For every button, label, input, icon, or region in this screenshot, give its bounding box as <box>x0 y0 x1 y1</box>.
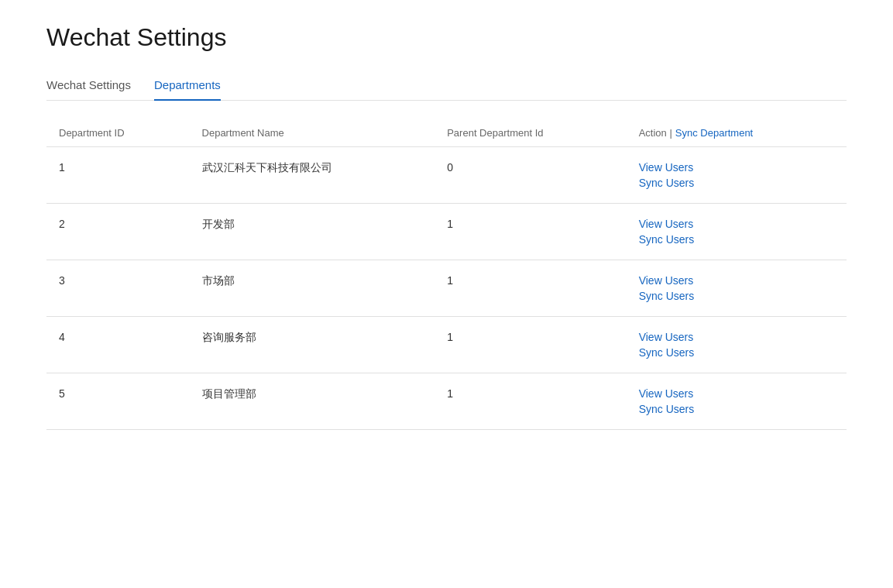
cell-dept-name: 市场部 <box>190 260 435 317</box>
col-header-dept-name: Department Name <box>190 119 435 147</box>
col-header-parent-dept-id: Parent Department Id <box>434 119 626 147</box>
view-users-link[interactable]: View Users <box>639 218 834 230</box>
table-body: 1武汉汇科天下科技有限公司0View UsersSync Users2开发部1V… <box>46 147 847 430</box>
action-cell: View UsersSync Users <box>639 161 834 189</box>
table-row: 5项目管理部1View UsersSync Users <box>46 373 847 430</box>
tab-departments[interactable]: Departments <box>154 70 221 101</box>
table-row: 2开发部1View UsersSync Users <box>46 204 847 260</box>
cell-parent-dept-id: 1 <box>434 204 626 260</box>
action-prefix-label: Action | <box>639 127 672 139</box>
tabs-container: Wechat Settings Departments <box>46 70 847 101</box>
tab-wechat-settings[interactable]: Wechat Settings <box>46 70 131 101</box>
cell-dept-id: 3 <box>46 260 190 317</box>
table-header-row: Department ID Department Name Parent Dep… <box>46 119 847 147</box>
cell-action: View UsersSync Users <box>627 204 847 260</box>
cell-parent-dept-id: 0 <box>434 147 626 204</box>
sync-department-link[interactable]: Sync Department <box>675 127 753 139</box>
cell-action: View UsersSync Users <box>627 317 847 373</box>
cell-parent-dept-id: 1 <box>434 317 626 373</box>
sync-users-link[interactable]: Sync Users <box>639 177 834 189</box>
view-users-link[interactable]: View Users <box>639 331 834 343</box>
cell-dept-name: 咨询服务部 <box>190 317 435 373</box>
sync-users-link[interactable]: Sync Users <box>639 346 834 359</box>
cell-action: View UsersSync Users <box>627 147 847 204</box>
sync-users-link[interactable]: Sync Users <box>639 403 834 415</box>
col-header-action: Action | Sync Department <box>627 119 847 147</box>
table-row: 4咨询服务部1View UsersSync Users <box>46 317 847 373</box>
table-container: Department ID Department Name Parent Dep… <box>46 119 847 430</box>
cell-action: View UsersSync Users <box>627 373 847 430</box>
cell-dept-name: 武汉汇科天下科技有限公司 <box>190 147 435 204</box>
cell-parent-dept-id: 1 <box>434 373 626 430</box>
cell-dept-name: 开发部 <box>190 204 435 260</box>
cell-dept-name: 项目管理部 <box>190 373 435 430</box>
col-header-dept-id: Department ID <box>46 119 190 147</box>
page-container: Wechat Settings Wechat Settings Departme… <box>0 0 893 453</box>
action-cell: View UsersSync Users <box>639 387 834 415</box>
action-cell: View UsersSync Users <box>639 218 834 246</box>
cell-dept-id: 2 <box>46 204 190 260</box>
page-title: Wechat Settings <box>46 23 847 52</box>
view-users-link[interactable]: View Users <box>639 274 834 287</box>
cell-action: View UsersSync Users <box>627 260 847 317</box>
sync-users-link[interactable]: Sync Users <box>639 233 834 246</box>
cell-dept-id: 5 <box>46 373 190 430</box>
departments-table: Department ID Department Name Parent Dep… <box>46 119 847 430</box>
sync-users-link[interactable]: Sync Users <box>639 290 834 302</box>
action-cell: View UsersSync Users <box>639 331 834 359</box>
cell-dept-id: 4 <box>46 317 190 373</box>
action-cell: View UsersSync Users <box>639 274 834 302</box>
cell-parent-dept-id: 1 <box>434 260 626 317</box>
table-row: 1武汉汇科天下科技有限公司0View UsersSync Users <box>46 147 847 204</box>
view-users-link[interactable]: View Users <box>639 387 834 400</box>
view-users-link[interactable]: View Users <box>639 161 834 174</box>
table-row: 3市场部1View UsersSync Users <box>46 260 847 317</box>
cell-dept-id: 1 <box>46 147 190 204</box>
